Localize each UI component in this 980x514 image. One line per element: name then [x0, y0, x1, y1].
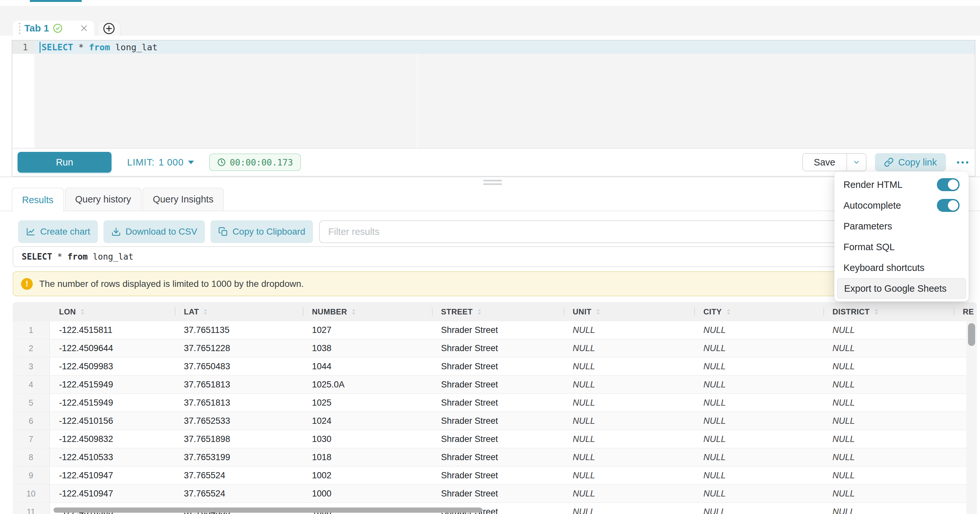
tab-query-insights[interactable]: Query Insights	[142, 188, 224, 211]
cell: NULL	[563, 485, 694, 502]
save-options-button[interactable]	[847, 154, 866, 171]
cell: 1025.0A	[303, 376, 432, 393]
run-button[interactable]: Run	[18, 152, 111, 172]
cell: -122.4509644	[50, 339, 175, 357]
toggle-switch[interactable]	[937, 178, 959, 191]
table-row: 1-122.451581137.76511351027Shrader Stree…	[13, 321, 977, 339]
tab-query-history[interactable]: Query history	[65, 188, 142, 211]
cell: NULL	[823, 449, 954, 466]
download-csv-button[interactable]: Download to CSV	[103, 220, 205, 243]
cell: NULL	[694, 430, 823, 448]
tab-results[interactable]: Results	[12, 188, 64, 212]
row-number: 1	[13, 321, 50, 339]
horizontal-scrollbar-thumb[interactable]	[54, 508, 482, 513]
column-header-lat[interactable]: LAT	[175, 302, 303, 321]
menu-item-render-html[interactable]: Render HTML	[834, 174, 969, 195]
menu-item-parameters[interactable]: Parameters	[834, 216, 969, 236]
copy-clipboard-button[interactable]: Copy to Clipboard	[210, 220, 313, 243]
cell: 1044	[303, 358, 432, 375]
cell: NULL	[563, 503, 694, 514]
cell: NULL	[563, 394, 694, 412]
tab-tab1[interactable]: Tab 1	[13, 21, 94, 36]
cell: -122.4510947	[50, 467, 175, 484]
cell: 1018	[303, 449, 432, 466]
cell: -122.4509983	[50, 358, 175, 375]
cell: NULL	[563, 339, 694, 357]
column-header-street[interactable]: STREET	[432, 302, 563, 321]
clock-icon	[217, 158, 226, 167]
pane-divider	[0, 177, 980, 177]
new-tab-button[interactable]	[97, 21, 121, 36]
cell: Shrader Street	[432, 394, 563, 412]
cell: 1038	[303, 339, 432, 357]
column-header-district[interactable]: DISTRICT	[823, 302, 954, 321]
code-text: SELECT * from long_lat	[34, 41, 975, 54]
table-row: 4-122.451594937.76518131025.0AShrader St…	[13, 376, 977, 394]
editor-guide-line	[417, 54, 418, 148]
cell: -122.4515949	[50, 394, 175, 412]
menu-item-export-google-sheets[interactable]: Export to Google Sheets	[837, 278, 966, 299]
code-line-1: 1 SELECT * from long_lat	[12, 41, 975, 54]
toggle-switch[interactable]	[937, 199, 959, 212]
elapsed-time: 00:00:00.173	[230, 157, 293, 168]
menu-item-keyboard-shortcuts[interactable]: Keyboard shortcuts	[834, 257, 969, 278]
sort-icon	[477, 308, 482, 315]
cell: NULL	[563, 449, 694, 466]
cell: Shrader Street	[432, 485, 563, 502]
table-body: 1-122.451581137.76511351027Shrader Stree…	[13, 321, 977, 514]
cell: NULL	[823, 467, 954, 484]
cell: NULL	[694, 449, 823, 466]
warning-icon: !	[21, 278, 33, 290]
cell: 37.765524	[175, 467, 303, 484]
vertical-scrollbar-thumb[interactable]	[968, 323, 975, 346]
cell: NULL	[823, 394, 954, 412]
pane-resize-handle[interactable]	[483, 180, 502, 187]
column-header-city[interactable]: CITY	[694, 302, 823, 321]
cell: 37.765524	[175, 485, 303, 502]
column-header-unit[interactable]: UNIT	[563, 302, 694, 321]
table-row: 7-122.450983237.76518981030Shrader Stree…	[13, 430, 977, 449]
copy-link-button[interactable]: Copy link	[875, 153, 946, 171]
limit-value: 1 000	[159, 157, 184, 168]
row-number: 9	[13, 467, 50, 484]
menu-item-autocomplete[interactable]: Autocomplete	[834, 195, 969, 216]
row-limit-dropdown[interactable]: LIMIT: 1 000	[127, 157, 194, 168]
cell: 1024	[303, 412, 432, 429]
vertical-scrollbar-track[interactable]	[966, 321, 977, 514]
row-number: 2	[13, 339, 50, 357]
cell: NULL	[563, 376, 694, 393]
cell: NULL	[694, 321, 823, 339]
cell: -122.4510533	[50, 449, 175, 466]
row-number: 7	[13, 430, 50, 448]
column-header-number[interactable]: NUMBER	[303, 302, 432, 321]
row-number: 11	[13, 503, 50, 514]
column-header-lon[interactable]: LON	[50, 302, 175, 321]
more-options-button[interactable]	[956, 158, 970, 167]
menu-item-format-sql[interactable]: Format SQL	[834, 236, 969, 257]
save-button[interactable]: Save	[803, 154, 847, 171]
options-menu: Render HTML Autocomplete Parameters Form…	[834, 172, 969, 302]
line-number: 1	[12, 41, 34, 54]
column-header-re[interactable]: RE	[954, 302, 977, 321]
cell: 1000	[303, 485, 432, 502]
drag-grip-icon[interactable]	[19, 23, 21, 34]
code-editor[interactable]: 1 SELECT * from long_lat	[12, 41, 975, 148]
cell: 1002	[303, 467, 432, 484]
table-row: 9-122.451094737.7655241002Shrader Street…	[13, 467, 977, 485]
cell: NULL	[694, 394, 823, 412]
table-row: 2-122.450964437.76512281038Shrader Stree…	[13, 339, 977, 358]
cell: 37.7651228	[175, 339, 303, 357]
row-number: 10	[13, 485, 50, 502]
cell: 37.7651813	[175, 394, 303, 412]
top-accent-bar	[30, 0, 82, 2]
table-row: 8-122.451053337.76531991018Shrader Stree…	[13, 449, 977, 467]
cell: NULL	[563, 412, 694, 429]
limit-label: LIMIT:	[127, 157, 155, 168]
close-tab-icon[interactable]	[80, 24, 88, 32]
table-row: 3-122.450998337.76504831044Shrader Stree…	[13, 358, 977, 376]
sort-icon	[726, 308, 730, 315]
row-number-header	[13, 302, 50, 321]
row-number: 3	[13, 358, 50, 375]
create-chart-button[interactable]: Create chart	[18, 220, 98, 243]
cell: NULL	[563, 358, 694, 375]
